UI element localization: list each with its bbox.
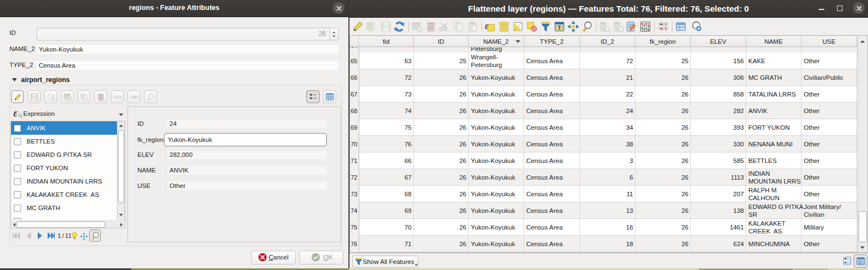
svg-text:ε: ε: [485, 21, 489, 31]
